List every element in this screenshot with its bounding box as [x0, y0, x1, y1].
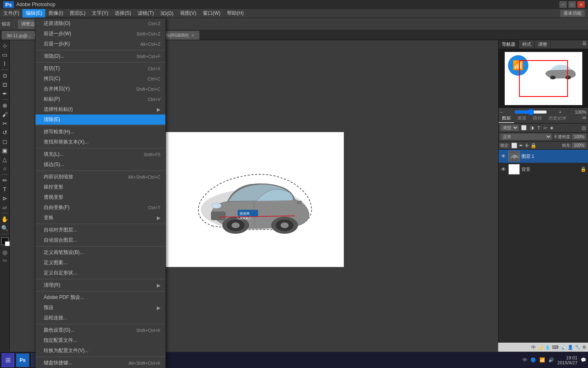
menu-file[interactable]: 文件(F) [0, 9, 22, 18]
tool-eyedropper[interactable]: ✒ [1, 90, 9, 98]
tool-clone[interactable]: ✂ [1, 119, 9, 128]
ime-icon5[interactable]: 👤 [568, 345, 573, 350]
menu-step-forward[interactable]: 前进一步(W)Shift+Ctrl+Z [36, 29, 165, 39]
lock-transparent[interactable]: ⬜ [511, 143, 517, 148]
menu-color-settings[interactable]: 颜色设置(G)...Shift+Ctrl+K [36, 325, 165, 335]
menu-define-brush[interactable]: 定义画笔预设(B)... [36, 247, 165, 258]
menu-paste-special[interactable]: 选择性粘贴(I)▶ [36, 104, 165, 114]
menu-presets[interactable]: 预设▶ [36, 303, 165, 313]
tool-blur[interactable]: △ [1, 155, 9, 164]
nav-zoom-slider[interactable] [514, 109, 547, 115]
menu-define-shape[interactable]: 定义自定形状... [36, 268, 165, 278]
layer-type-filter[interactable]: 类型 [500, 124, 519, 131]
blend-mode-select[interactable]: 正常 [500, 133, 552, 140]
quick-mask[interactable]: ◎ [2, 249, 7, 256]
tool-heal[interactable]: ⊗ [1, 101, 9, 110]
menu-free-transform[interactable]: 自由变换(F)Ctrl+T [36, 202, 165, 213]
menu-image[interactable]: 图像(I) [45, 9, 66, 18]
nav-zoom-in[interactable]: + [559, 110, 561, 114]
menu-fill[interactable]: 填充(L)...Shift+F5 [36, 149, 165, 159]
tool-move[interactable]: ⊹ [1, 42, 9, 50]
menu-keyboard-shortcuts[interactable]: 键盘快捷键...Alt+Shift+Ctrl+K [36, 358, 165, 368]
navigator-menu[interactable]: ☰ [581, 40, 588, 49]
tool-zoom[interactable]: 🔍 [1, 224, 9, 232]
menu-remote[interactable]: 远程连接... [36, 313, 165, 323]
close-button[interactable]: ✕ [577, 1, 585, 8]
ime-icon2[interactable]: 💧 [545, 345, 550, 350]
tool-marquee[interactable]: ▭ [1, 51, 9, 59]
menu-text[interactable]: 文字(Y) [89, 9, 111, 18]
nav-zoom-out[interactable]: − [500, 110, 503, 114]
layer-filter-shape[interactable]: ▱ [542, 125, 548, 131]
ime-icon3[interactable]: ⌨ [552, 345, 559, 350]
layer-filter-adjust[interactable]: ◑ [529, 125, 535, 131]
tab-close-car[interactable]: ✕ [191, 33, 194, 38]
menu-layer[interactable]: 图层(L) [67, 9, 89, 18]
layer-filter-smartobject[interactable]: ◈ [549, 125, 555, 131]
menu-undo[interactable]: 还原清除(O)Ctrl+Z [36, 18, 165, 29]
menu-view[interactable]: 视图(V) [177, 9, 200, 18]
menu-convert-profile[interactable]: 转换为配置文件(V)... [36, 346, 165, 356]
menu-purge[interactable]: 清理(R)▶ [36, 280, 165, 290]
minimize-button[interactable]: − [559, 1, 567, 8]
menu-find-replace[interactable]: 查找和替换文本(X)... [36, 137, 165, 147]
menu-transform[interactable]: 变换▶ [36, 213, 165, 223]
tool-pen[interactable]: ✏ [1, 176, 9, 184]
menu-copy[interactable]: 拷贝(C)Ctrl+C [36, 74, 165, 84]
tool-type[interactable]: T [1, 185, 9, 193]
start-button[interactable]: ⊞ [2, 353, 14, 367]
menu-puppet-warp[interactable]: 操控变形 [36, 182, 165, 192]
tool-eraser[interactable]: ◻ [1, 137, 9, 146]
menu-auto-align[interactable]: 自动对齐图层... [36, 225, 165, 235]
tool-crop[interactable]: ⊡ [1, 81, 9, 89]
menu-perspective-warp[interactable]: 透视变形 [36, 192, 165, 202]
layer-filter-toggle[interactable]: ⊙ [581, 125, 586, 131]
menu-select[interactable]: 选择(S) [111, 9, 134, 18]
maximize-button[interactable]: □ [568, 1, 576, 8]
nav-tab-adjust[interactable]: 调整 [535, 40, 551, 49]
menu-define-pattern[interactable]: 定义图案... [36, 258, 165, 268]
tool-brush[interactable]: 🖌 [1, 110, 9, 119]
menu-spellcheck[interactable]: 拼写检查(H)... [36, 127, 165, 137]
screen-mode[interactable]: ▭ [3, 258, 7, 263]
ime-icon7[interactable]: ⚙ [582, 345, 586, 350]
tool-quick-select[interactable]: ⊙ [1, 72, 9, 80]
menu-help[interactable]: 帮助(H) [224, 9, 247, 18]
tool-history-brush[interactable]: ↺ [1, 128, 9, 137]
menu-auto-blend[interactable]: 自动混合图层... [36, 235, 165, 245]
menu-merge-copy[interactable]: 合并拷贝(Y)Shift+Ctrl+C [36, 84, 165, 94]
menu-stroke[interactable]: 描边(S)... [36, 159, 165, 170]
nav-tab-style[interactable]: 样式 [519, 40, 535, 49]
menu-edit[interactable]: 编辑(E) [22, 9, 45, 18]
opacity-value[interactable]: 100% [572, 134, 586, 140]
ime-icon6[interactable]: 🔧 [575, 345, 581, 350]
nav-tab-navigator[interactable]: 导航器 [499, 40, 519, 49]
layer-filter-pixel[interactable]: ⬜ [520, 125, 528, 131]
background-color[interactable] [5, 241, 10, 246]
menu-window[interactable]: 窗口(W) [200, 9, 224, 18]
menu-cut[interactable]: 剪切(T)Ctrl+X [36, 63, 165, 74]
layer-row-background[interactable]: 👁 背景 🔒 [499, 163, 588, 176]
fill-value[interactable]: 100% [572, 142, 586, 148]
menu-pdf-presets[interactable]: Adobe PDF 预设... [36, 292, 165, 303]
ime-icon1[interactable]: 🌙 [537, 345, 543, 350]
menu-filter[interactable]: 滤镜(T) [134, 9, 157, 18]
menu-assign-profile[interactable]: 指定配置文件... [36, 335, 165, 346]
lock-position[interactable]: ✛ [525, 143, 529, 148]
menu-paste[interactable]: 粘贴(P)Ctrl+V [36, 94, 165, 104]
layer-visibility-bg[interactable]: 👁 [500, 166, 507, 172]
tool-gradient[interactable]: ▣ [1, 146, 9, 155]
workspace-selector[interactable]: 基本功能 [560, 10, 585, 17]
lock-all[interactable]: 🔒 [530, 143, 537, 148]
tool-shape[interactable]: ▱ [1, 203, 9, 211]
foreground-color[interactable] [1, 238, 9, 245]
layer-filter-text[interactable]: T [536, 125, 541, 131]
taskbar-ps[interactable]: Ps [16, 353, 29, 367]
menu-fade[interactable]: 渐隐(D)...Shift+Ctrl+F [36, 51, 165, 61]
tool-dodge[interactable]: ○ [1, 164, 9, 173]
tool-lasso[interactable]: ⌇ [1, 60, 9, 68]
tool-hand[interactable]: ✋ [1, 215, 9, 223]
menu-clear[interactable]: 清除(E) [36, 114, 165, 125]
ime-icon4[interactable]: 📡 [560, 345, 566, 350]
menu-3d[interactable]: 3D(D) [157, 10, 177, 17]
